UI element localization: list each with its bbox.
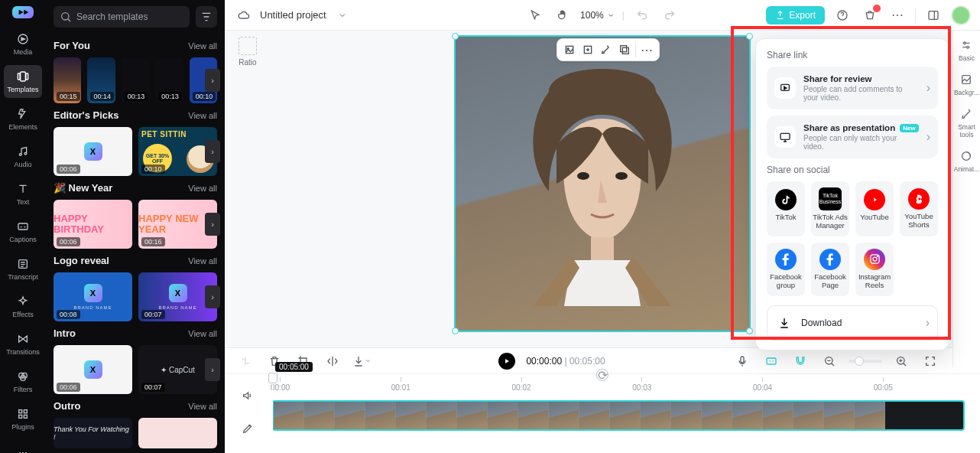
share-youtube-shorts[interactable]: YouTube Shorts bbox=[900, 181, 938, 236]
share-tiktok[interactable]: TikTok bbox=[767, 181, 805, 236]
rail-transcript[interactable]: Transcript bbox=[4, 253, 42, 285]
rail-elements[interactable]: Elements bbox=[4, 103, 42, 135]
rail-media[interactable]: Media bbox=[4, 28, 42, 60]
view-all-link[interactable]: View all bbox=[188, 256, 217, 266]
more-tool[interactable]: ⋯ bbox=[639, 42, 654, 57]
rail-plugins[interactable]: Plugins bbox=[4, 402, 42, 435]
rail-transitions[interactable]: Transitions bbox=[4, 328, 42, 360]
rail-templates[interactable]: Templates bbox=[4, 65, 42, 98]
share-instagram-reels[interactable]: Instagram Reels bbox=[855, 243, 894, 296]
rail-filters[interactable]: Filters bbox=[4, 365, 42, 398]
download-button[interactable]: Download › bbox=[767, 305, 938, 341]
rail-captions[interactable]: Captions bbox=[4, 215, 42, 248]
filter-button[interactable] bbox=[196, 6, 217, 28]
download-clip-button[interactable] bbox=[352, 351, 372, 371]
rail-more[interactable] bbox=[4, 445, 42, 453]
template-thumb[interactable]: 00:14 bbox=[87, 57, 115, 103]
props-background[interactable]: Backgr... bbox=[954, 73, 979, 96]
carousel-next[interactable]: › bbox=[205, 213, 220, 236]
share-tiktok-ads[interactable]: TikTokBusinessTikTok Ads Manager bbox=[811, 181, 849, 236]
playhead[interactable] bbox=[272, 374, 273, 443]
app-logo[interactable] bbox=[12, 6, 34, 18]
template-thumb[interactable]: X00:06 bbox=[54, 345, 132, 394]
crop-tool[interactable] bbox=[562, 42, 577, 57]
zoom-slider[interactable] bbox=[849, 360, 882, 363]
enhance-tool[interactable] bbox=[599, 42, 614, 57]
section-outro: OutroView all Thank You For Watching ! bbox=[54, 400, 217, 448]
resize-handle[interactable] bbox=[452, 33, 459, 40]
facebook-icon bbox=[775, 249, 797, 270]
resize-handle[interactable] bbox=[746, 328, 753, 334]
clip-preview bbox=[456, 37, 749, 331]
carousel-next[interactable]: › bbox=[205, 358, 220, 381]
hand-tool[interactable] bbox=[553, 5, 573, 25]
view-all-link[interactable]: View all bbox=[188, 111, 217, 120]
canvas-stage[interactable]: ⟳ bbox=[454, 35, 751, 364]
ratio-control[interactable]: Ratio bbox=[234, 37, 261, 67]
track-mute-button[interactable] bbox=[238, 386, 258, 406]
mirror-button[interactable] bbox=[323, 351, 342, 371]
plugins-icon bbox=[16, 407, 30, 421]
template-thumb[interactable] bbox=[138, 418, 217, 448]
zoom-out-button[interactable] bbox=[819, 351, 839, 371]
template-thumb[interactable]: Thank You For Watching ! bbox=[54, 418, 132, 448]
pointer-tool[interactable] bbox=[525, 5, 545, 25]
auto-captions-button[interactable] bbox=[761, 351, 781, 371]
template-thumb[interactable]: HAPPY BIRTHDAY00:06 bbox=[54, 200, 132, 249]
resize-handle[interactable] bbox=[746, 33, 753, 40]
share-as-presentation[interactable]: Share as presentationNew People can only… bbox=[767, 116, 938, 158]
facebook-icon bbox=[819, 249, 841, 270]
selected-clip[interactable] bbox=[454, 35, 751, 332]
props-basic[interactable]: Basic bbox=[959, 38, 975, 62]
props-smart-tools[interactable]: Smart tools bbox=[953, 107, 980, 139]
project-title[interactable]: Untitled project bbox=[260, 9, 326, 21]
rail-text[interactable]: Text bbox=[4, 178, 42, 210]
undo-button[interactable] bbox=[632, 5, 652, 25]
template-thumb[interactable]: 00:13 bbox=[155, 57, 183, 103]
zoom-in-button[interactable] bbox=[891, 351, 911, 371]
export-button[interactable]: Export bbox=[766, 6, 825, 24]
resize-handle[interactable] bbox=[452, 328, 459, 334]
expand-tool[interactable] bbox=[580, 42, 595, 57]
help-button[interactable] bbox=[832, 5, 852, 25]
rail-label: Transitions bbox=[6, 348, 40, 356]
captions-icon bbox=[16, 220, 30, 233]
template-thumb[interactable]: X00:06 bbox=[54, 127, 132, 176]
view-all-link[interactable]: View all bbox=[188, 329, 217, 338]
template-thumb[interactable]: 00:15 bbox=[54, 57, 81, 103]
rail-effects[interactable]: Effects bbox=[4, 290, 42, 323]
carousel-next[interactable]: › bbox=[205, 285, 220, 308]
share-facebook-group[interactable]: Facebook group bbox=[767, 243, 805, 296]
rail-audio[interactable]: Audio bbox=[4, 140, 42, 173]
carousel-next[interactable]: › bbox=[205, 69, 220, 92]
fit-button[interactable] bbox=[920, 351, 940, 371]
zoom-control[interactable]: 100% bbox=[580, 10, 615, 21]
chevron-down-icon[interactable] bbox=[333, 5, 352, 25]
template-thumb[interactable]: XBRAND NAME00:08 bbox=[54, 272, 132, 321]
view-all-link[interactable]: View all bbox=[188, 402, 217, 411]
share-facebook-page[interactable]: Facebook Page bbox=[811, 243, 849, 296]
template-thumb[interactable]: 00:13 bbox=[122, 57, 149, 103]
video-track-clip[interactable] bbox=[272, 400, 965, 431]
props-animation[interactable]: Animat... bbox=[954, 149, 980, 173]
layout-toggle[interactable] bbox=[923, 5, 943, 25]
properties-rail: Basic Backgr... Smart tools Animat... bbox=[952, 31, 980, 367]
more-button[interactable]: ⋯ bbox=[888, 5, 907, 25]
user-avatar[interactable] bbox=[951, 5, 971, 25]
rail-label: Plugins bbox=[11, 423, 34, 431]
cloud-icon[interactable] bbox=[234, 5, 254, 25]
search-input[interactable]: Search templates bbox=[54, 6, 190, 28]
carousel-next[interactable]: › bbox=[205, 140, 220, 163]
track-edit-button[interactable] bbox=[238, 419, 258, 438]
view-all-link[interactable]: View all bbox=[188, 41, 217, 51]
redo-button[interactable] bbox=[660, 5, 680, 25]
timeline-tracks[interactable]: 00:00 00:01 00:02 00:03 00:04 00:05 00:0… bbox=[271, 374, 980, 453]
magnet-button[interactable] bbox=[790, 351, 810, 371]
share-youtube[interactable]: YouTube bbox=[855, 181, 894, 236]
view-all-link[interactable]: View all bbox=[188, 184, 217, 193]
cutout-tool[interactable] bbox=[617, 42, 632, 57]
timeline-ruler[interactable]: 00:00 00:01 00:02 00:03 00:04 00:05 00:0… bbox=[271, 377, 980, 393]
share-for-review[interactable]: Share for review People can add comments… bbox=[767, 67, 938, 109]
notifications-button[interactable] bbox=[860, 5, 880, 25]
chevron-right-icon: › bbox=[926, 81, 930, 95]
